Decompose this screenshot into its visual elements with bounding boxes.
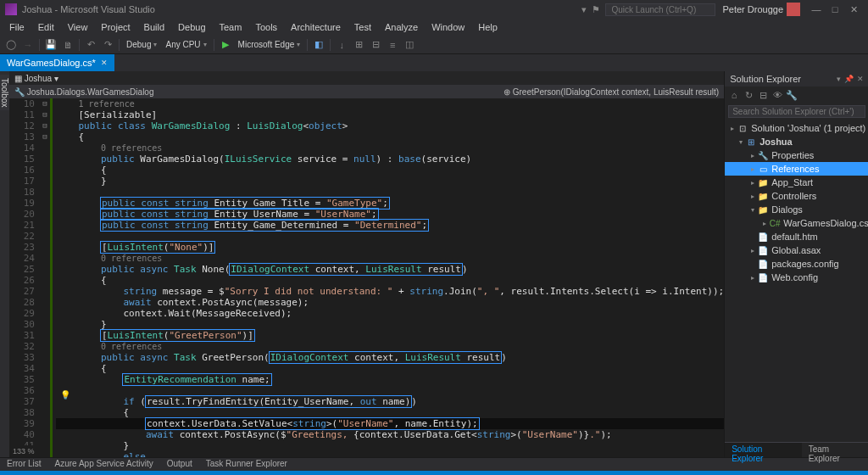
home-icon[interactable]: ⌂: [728, 90, 740, 100]
breadcrumb-ns[interactable]: 🔧 Joshua.Dialogs.WarGamesDialog: [14, 87, 153, 97]
refresh-icon[interactable]: ↻: [743, 90, 754, 101]
menu-view[interactable]: View: [62, 20, 94, 34]
avatar[interactable]: [787, 3, 800, 16]
tab-file[interactable]: WarGamesDialog.cs* ✕: [0, 54, 114, 71]
tree-project: ▾⊞Joshua: [725, 135, 868, 148]
menu-team[interactable]: Team: [214, 20, 248, 34]
code-editor[interactable]: 1 reference [Serializable] public class …: [53, 98, 724, 457]
tree-default: 📄default.htm: [725, 230, 868, 243]
breadcrumb-member[interactable]: ⊕ GreetPerson(IDialogContext context, Lu…: [504, 87, 719, 97]
user-name[interactable]: Peter Drougge: [722, 4, 783, 14]
fwd-icon[interactable]: →: [20, 37, 36, 53]
notify-icon[interactable]: ▾: [581, 4, 587, 15]
menu-window[interactable]: Window: [426, 20, 470, 34]
scope-dropdown[interactable]: ▦ Joshua ▾: [14, 74, 58, 83]
flag-icon[interactable]: ⚑: [592, 4, 600, 15]
teamexp-tab[interactable]: Team Explorer: [802, 443, 868, 457]
zoom-level[interactable]: 133 %: [9, 445, 38, 457]
menu-edit[interactable]: Edit: [32, 20, 60, 34]
output-tab[interactable]: Output: [160, 458, 199, 471]
menu-build[interactable]: Build: [138, 20, 170, 34]
max-button[interactable]: □: [826, 4, 844, 15]
pin-icon[interactable]: ▾: [837, 75, 841, 83]
menubar: File Edit View Project Build Debug Team …: [0, 19, 868, 36]
min-button[interactable]: —: [807, 4, 826, 15]
undo-icon[interactable]: ↶: [83, 37, 98, 53]
solution-search-input[interactable]: [728, 105, 865, 118]
taskrunner-tab[interactable]: Task Runner Explorer: [199, 458, 294, 471]
save-icon[interactable]: 💾: [43, 37, 58, 53]
tree-controllers: ▸📁Controllers: [725, 189, 868, 203]
unpin-icon[interactable]: 📌: [844, 75, 854, 83]
menu-file[interactable]: File: [3, 20, 31, 34]
platform-dropdown[interactable]: Any CPU▾: [162, 40, 209, 49]
run-target[interactable]: Microsoft Edge▾: [235, 40, 304, 49]
collapse-icon[interactable]: ⊟: [757, 90, 769, 101]
tree-webconfig: ▸📄Web.config: [725, 271, 868, 284]
tb-icon-5[interactable]: ≡: [385, 37, 400, 53]
tb-icon-1[interactable]: ◧: [311, 37, 326, 53]
tb-icon-2[interactable]: ↓: [334, 37, 349, 53]
tb-icon-4[interactable]: ⊟: [368, 37, 383, 53]
menu-project[interactable]: Project: [95, 20, 136, 34]
tree-dialogfile: ▸C#WarGamesDialog.cs: [725, 216, 868, 230]
quick-launch-input[interactable]: [605, 3, 715, 16]
window-title: Joshua - Microsoft Visual Studio: [22, 4, 581, 14]
redo-icon[interactable]: ↷: [100, 37, 115, 53]
tb-icon-3[interactable]: ⊞: [351, 37, 366, 53]
tree-dialogs: ▾📁Dialogs: [725, 203, 868, 216]
tb-icon-6[interactable]: ◫: [402, 37, 417, 53]
solution-tree[interactable]: ▸⊡Solution 'Joshua' (1 project) ▾⊞Joshua…: [725, 120, 868, 442]
tree-references: ▸▭References: [725, 162, 868, 176]
toolbox-tab[interactable]: Toolbox: [0, 75, 9, 110]
back-icon[interactable]: ◯: [3, 37, 19, 53]
lightbulb-icon[interactable]: 💡: [60, 390, 70, 400]
config-dropdown[interactable]: Debug▾: [123, 40, 160, 49]
menu-debug[interactable]: Debug: [172, 20, 211, 34]
run-button[interactable]: ▶: [218, 37, 233, 53]
menu-test[interactable]: Test: [348, 20, 377, 34]
errorlist-tab[interactable]: Error List: [0, 458, 48, 471]
tree-packages: 📄packages.config: [725, 257, 868, 271]
props-icon[interactable]: 🔧: [786, 90, 798, 101]
showall-icon[interactable]: 👁: [771, 90, 783, 100]
tree-appstart: ▸📁App_Start: [725, 176, 868, 189]
tab-close-icon[interactable]: ✕: [101, 59, 108, 67]
solexp-tab[interactable]: Solution Explorer: [725, 443, 801, 457]
tree-properties: ▸🔧Properties: [725, 148, 868, 162]
menu-arch[interactable]: Architecture: [285, 20, 347, 34]
fold-gutter[interactable]: ⊟ ⊟ ⊟ ⊟: [40, 98, 50, 457]
azure-tab[interactable]: Azure App Service Activity: [48, 458, 160, 471]
saveall-icon[interactable]: 🗎: [60, 37, 75, 53]
menu-tools[interactable]: Tools: [249, 20, 283, 34]
tree-solution: ▸⊡Solution 'Joshua' (1 project): [725, 121, 868, 135]
vs-logo-icon: [5, 3, 17, 15]
close-button[interactable]: ✕: [844, 4, 863, 15]
solution-title: Solution Explorer: [730, 74, 801, 84]
menu-analyze[interactable]: Analyze: [379, 20, 424, 34]
tab-label: WarGamesDialog.cs*: [7, 58, 96, 68]
tree-global: ▸📄Global.asax: [725, 243, 868, 257]
line-gutter: 10 11 12 13 14 15 16 17 18 19 20 21 22 2…: [9, 98, 40, 457]
menu-help[interactable]: Help: [472, 20, 504, 34]
close-panel-icon[interactable]: ✕: [857, 75, 864, 83]
